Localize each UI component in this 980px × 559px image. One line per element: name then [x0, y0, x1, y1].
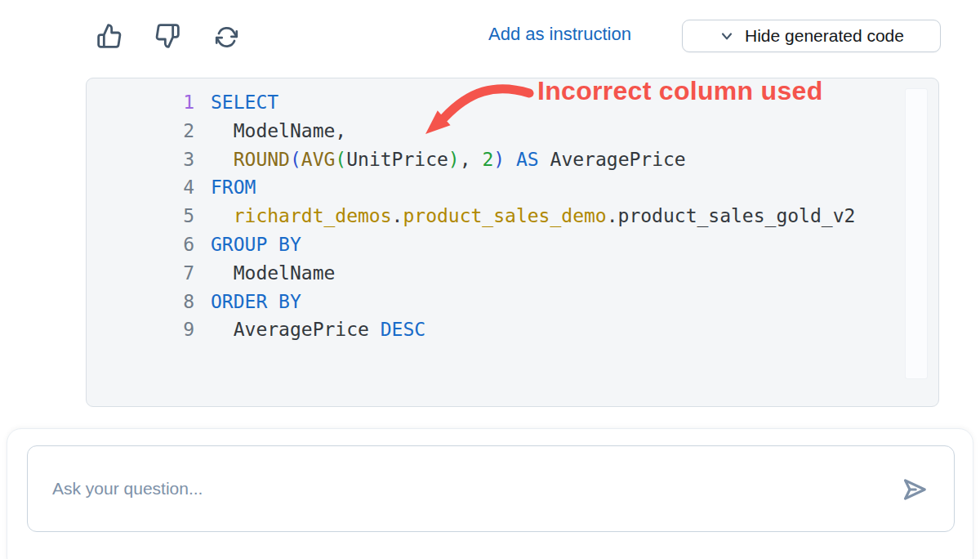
code-line: 3 ROUND(AVG(UnitPrice), 2) AS AveragePri…: [87, 145, 895, 174]
line-number: 6: [87, 230, 201, 259]
refresh-icon: [214, 25, 239, 50]
annotation-label: Incorrect column used: [537, 76, 823, 106]
code-text: AveragePrice DESC: [211, 315, 425, 344]
code-line: 6GROUP BY: [87, 230, 895, 259]
add-as-instruction-link[interactable]: Add as instruction: [488, 24, 631, 45]
ask-panel: [7, 428, 973, 559]
code-text: ModelName,: [211, 117, 346, 145]
send-button[interactable]: [896, 472, 930, 507]
code-line: 9 AveragePrice DESC: [87, 315, 895, 344]
assistant-panel: Add as instruction Hide generated code 1…: [0, 0, 980, 559]
thumbs-up-icon: [96, 23, 122, 49]
generated-code-block: 1SELECT2 ModelName,3 ROUND(AVG(UnitPrice…: [86, 78, 939, 407]
code-line: 4FROM: [87, 173, 895, 202]
send-icon: [898, 474, 929, 505]
code-text: ORDER BY: [211, 288, 301, 316]
thumbs-down-button[interactable]: [153, 21, 182, 51]
code-text: ROUND(AVG(UnitPrice), 2) AS AveragePrice: [211, 145, 686, 174]
thumbs-up-button[interactable]: [95, 21, 124, 51]
hide-generated-code-label: Hide generated code: [745, 26, 904, 46]
code-line: 5 richardt_demos.product_sales_demo.prod…: [87, 202, 895, 230]
code-text: richardt_demos.product_sales_demo.produc…: [211, 202, 855, 230]
code-scrollbar[interactable]: [905, 88, 928, 379]
line-number: 5: [87, 202, 201, 230]
refresh-button[interactable]: [212, 22, 241, 51]
code-text: GROUP BY: [211, 230, 301, 259]
line-number: 8: [87, 288, 201, 316]
thumbs-down-icon: [154, 23, 180, 49]
line-number: 9: [87, 315, 201, 344]
line-number: 1: [87, 88, 201, 117]
ask-question-input[interactable]: [27, 445, 955, 532]
code-text: SELECT: [211, 88, 278, 117]
code-text: FROM: [211, 173, 256, 202]
code-line: 8ORDER BY: [87, 288, 895, 316]
code-text: ModelName: [211, 259, 335, 288]
hide-generated-code-button[interactable]: Hide generated code: [682, 20, 941, 52]
code-line: 7 ModelName: [87, 259, 895, 288]
line-number: 3: [87, 145, 201, 174]
code-lines[interactable]: 1SELECT2 ModelName,3 ROUND(AVG(UnitPrice…: [87, 88, 895, 344]
line-number: 2: [87, 117, 201, 145]
line-number: 4: [87, 173, 201, 202]
chevron-down-icon: [719, 28, 735, 44]
line-number: 7: [87, 259, 201, 288]
code-line: 2 ModelName,: [87, 117, 895, 145]
